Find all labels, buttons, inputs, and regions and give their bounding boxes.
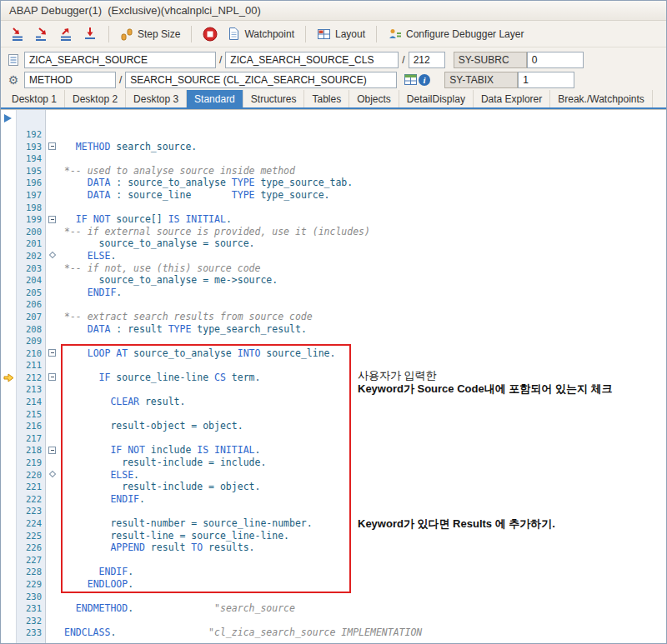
line-number[interactable]: 222 xyxy=(16,493,46,506)
tab-structures[interactable]: Structures xyxy=(243,90,305,107)
code-line[interactable]: 232 xyxy=(1,615,666,627)
code-line[interactable]: 224 result-number = source_line-number. xyxy=(1,517,666,530)
breakpoint-margin[interactable] xyxy=(1,505,16,517)
breakpoint-margin[interactable] xyxy=(1,359,16,372)
line-number[interactable]: 230 xyxy=(16,591,46,603)
breakpoint-margin[interactable] xyxy=(1,141,16,153)
line-number[interactable]: 229 xyxy=(16,578,46,591)
line-number[interactable]: 231 xyxy=(16,602,46,615)
fold-margin[interactable] xyxy=(46,444,61,457)
line-number[interactable]: 195 xyxy=(16,165,46,177)
code-text[interactable]: DATA : source_to_analyse TYPE type_sourc… xyxy=(61,177,353,189)
line-number[interactable]: 196 xyxy=(16,177,46,189)
code-text[interactable]: ELSE. xyxy=(61,250,116,262)
fold-collapse-icon[interactable] xyxy=(48,142,56,150)
event-type-field[interactable]: METHOD xyxy=(24,72,116,88)
breakpoint-margin[interactable] xyxy=(1,347,16,360)
step-into-button[interactable] xyxy=(8,25,28,42)
code-text[interactable] xyxy=(61,335,64,347)
line-number[interactable]: 214 xyxy=(16,396,46,408)
line-number[interactable]: 206 xyxy=(16,298,46,311)
tab-objects[interactable]: Objects xyxy=(349,90,399,107)
breakpoint-margin[interactable] xyxy=(1,311,16,323)
breakpoint-margin[interactable] xyxy=(1,554,16,567)
breakpoint-margin[interactable] xyxy=(1,493,16,506)
code-line[interactable]: 217 xyxy=(1,432,666,445)
code-line[interactable]: 230 xyxy=(1,591,666,603)
code-line[interactable]: 226 APPEND result TO results. xyxy=(1,542,666,554)
fold-collapse-icon[interactable] xyxy=(48,373,56,381)
tab-detaildisplay[interactable]: DetailDisplay xyxy=(399,90,474,107)
code-text[interactable]: ELSE. xyxy=(61,469,139,482)
code-text[interactable]: CLEAR result. xyxy=(61,396,185,408)
line-number[interactable]: 228 xyxy=(16,566,46,578)
current-line-margin[interactable] xyxy=(1,372,16,384)
code-line[interactable]: 202 ELSE. xyxy=(1,250,666,262)
tab-desktop-3[interactable]: Desktop 3 xyxy=(126,90,187,107)
code-line[interactable]: 228 ENDIF. xyxy=(1,566,666,578)
code-text[interactable]: result-object = object. xyxy=(61,420,243,432)
fold-margin[interactable] xyxy=(46,469,61,482)
breakpoint-margin[interactable] xyxy=(1,165,16,177)
breakpoint-margin[interactable] xyxy=(1,177,16,189)
code-text[interactable]: DATA : source_line TYPE type_source. xyxy=(61,189,330,202)
line-number[interactable]: 203 xyxy=(16,262,46,275)
fold-margin[interactable] xyxy=(46,372,61,384)
breakpoint-margin[interactable] xyxy=(1,298,16,311)
code-text[interactable]: IF source_line-line CS term. xyxy=(61,372,260,384)
breakpoint-margin[interactable] xyxy=(1,566,16,578)
tab-data-explorer[interactable]: Data Explorer xyxy=(474,90,550,107)
breakpoint-margin[interactable] xyxy=(1,578,16,591)
code-text[interactable]: ENDIF. xyxy=(61,287,122,299)
code-line[interactable]: 192 xyxy=(1,128,666,141)
code-text[interactable]: source_to_analyse = me->source. xyxy=(61,274,278,287)
code-line[interactable]: 223 xyxy=(1,505,666,517)
line-number[interactable]: 202 xyxy=(16,250,46,262)
line-number[interactable]: 200 xyxy=(16,226,46,238)
line-number[interactable]: 201 xyxy=(16,237,46,250)
code-line[interactable]: 219 result-include = include. xyxy=(1,457,666,469)
line-number[interactable]: 209 xyxy=(16,335,46,347)
tab-break-watchpoints[interactable]: Break./Watchpoints xyxy=(550,90,653,107)
line-number[interactable]: 205 xyxy=(16,287,46,299)
line-number[interactable]: 208 xyxy=(16,323,46,336)
line-number[interactable]: 215 xyxy=(16,408,46,421)
line-number[interactable]: 225 xyxy=(16,530,46,542)
breakpoint-margin[interactable] xyxy=(1,323,16,336)
fold-margin[interactable] xyxy=(46,250,61,262)
code-text[interactable]: IF NOT include IS INITIAL. xyxy=(61,444,260,457)
line-number[interactable]: 216 xyxy=(16,420,46,432)
code-text[interactable] xyxy=(61,554,64,567)
code-text[interactable]: source_to_analyse = source. xyxy=(61,237,254,250)
code-text[interactable]: result-number = source_line-number. xyxy=(61,517,313,530)
code-line[interactable]: 196 DATA : source_to_analyse TYPE type_s… xyxy=(1,177,666,189)
code-line[interactable]: 206 xyxy=(1,298,666,311)
line-number[interactable]: 193 xyxy=(16,141,46,153)
code-line[interactable]: 221 result-include = object. xyxy=(1,481,666,493)
code-text[interactable] xyxy=(61,202,64,214)
code-line[interactable]: 208 DATA : result TYPE type_search_resul… xyxy=(1,323,666,336)
line-number[interactable]: 233 xyxy=(16,627,46,639)
line-number[interactable]: 210 xyxy=(16,347,46,360)
step-over-button[interactable] xyxy=(32,25,52,42)
code-line[interactable]: 194 xyxy=(1,152,666,165)
breakpoint-margin[interactable] xyxy=(1,469,16,482)
code-line[interactable]: 210 LOOP AT source_to_analyse INTO sourc… xyxy=(1,347,666,360)
code-text[interactable] xyxy=(61,615,64,627)
code-text[interactable] xyxy=(61,408,64,421)
code-line[interactable]: 195*-- used to analyse source inside met… xyxy=(1,165,666,177)
line-number[interactable]: 227 xyxy=(16,554,46,567)
step-return-button[interactable] xyxy=(56,25,76,42)
breakpoint-margin[interactable] xyxy=(1,432,16,445)
code-text[interactable] xyxy=(61,152,64,165)
code-text[interactable]: IF NOT source[] IS INITIAL. xyxy=(61,213,232,226)
continue-button[interactable] xyxy=(80,25,100,42)
step-size-button[interactable]: Step Size xyxy=(118,26,183,42)
code-line[interactable]: 193 METHOD search_source. xyxy=(1,141,666,153)
fold-collapse-icon[interactable] xyxy=(48,216,56,223)
line-number[interactable]: 224 xyxy=(16,517,46,530)
tab-desktop-1[interactable]: Desktop 1 xyxy=(4,90,65,107)
breakpoint-margin[interactable] xyxy=(1,335,16,347)
line-number[interactable]: 198 xyxy=(16,202,46,214)
breakpoint-margin[interactable] xyxy=(1,213,16,226)
